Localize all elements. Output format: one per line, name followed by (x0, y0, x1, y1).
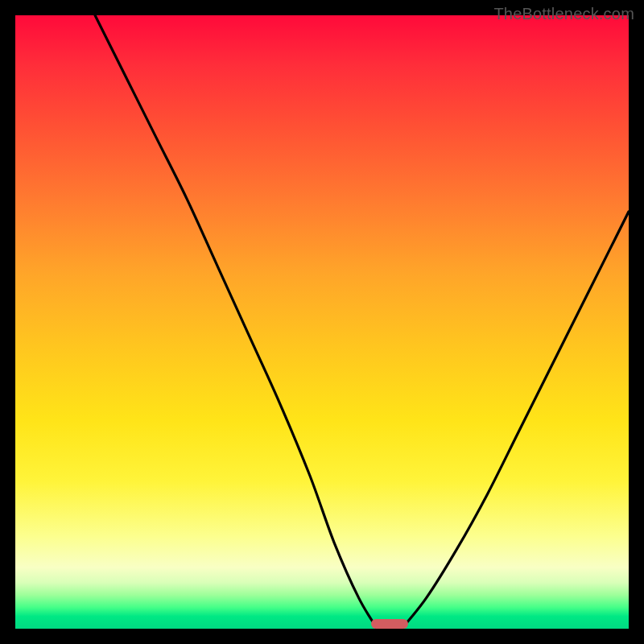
bottleneck-curve (15, 15, 629, 629)
watermark-text: TheBottleneck.com (493, 5, 634, 23)
plot-area (15, 15, 629, 629)
curve-right-branch (402, 212, 629, 629)
chart-frame: TheBottleneck.com (0, 0, 644, 644)
optimal-marker (371, 619, 408, 629)
curve-left-branch (95, 15, 378, 629)
